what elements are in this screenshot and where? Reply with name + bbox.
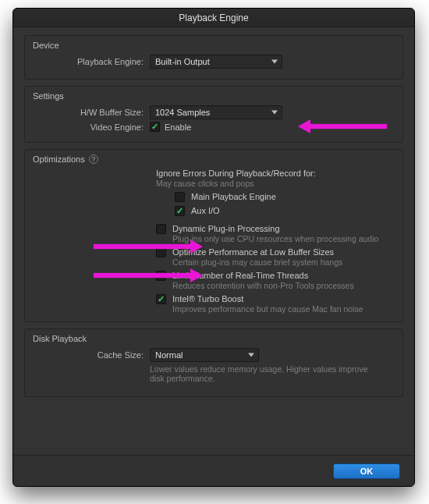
optimize-low-buffer-checkbox[interactable] xyxy=(156,247,166,257)
cache-size-value: Normal xyxy=(155,350,183,360)
chevron-down-icon xyxy=(271,111,278,115)
limit-threads-hint: Reduces contention with non-Pro Tools pr… xyxy=(172,281,354,290)
chevron-down-icon xyxy=(248,353,254,357)
video-engine-label: Video Engine: xyxy=(33,122,150,132)
video-enable-checkbox[interactable] xyxy=(150,122,160,132)
cache-size-label: Cache Size: xyxy=(33,350,150,360)
ok-button[interactable]: OK xyxy=(333,463,400,479)
limit-threads-label: Limit Number of Real-Time Threads xyxy=(172,271,354,280)
aux-io-label: Aux I/O xyxy=(191,206,220,215)
turbo-boost-checkbox[interactable] xyxy=(156,294,166,304)
video-enable-text: Enable xyxy=(165,122,191,132)
device-group-title: Device xyxy=(33,41,395,50)
settings-group: Settings H/W Buffer Size: 1024 Samples V… xyxy=(24,86,403,143)
ignore-errors-hint: May cause clicks and pops xyxy=(156,179,395,188)
optimize-low-buffer-hint: Certain plug-ins may cause brief system … xyxy=(172,257,342,267)
help-icon[interactable]: ? xyxy=(89,154,98,164)
optimize-low-buffer-label: Optimize Performance at Low Buffer Sizes xyxy=(172,247,342,257)
disk-playback-group: Disk Playback Cache Size: Normal Lower v… xyxy=(24,328,403,397)
window-title: Playback Engine xyxy=(13,9,414,27)
playback-engine-select[interactable]: Built-in Output xyxy=(150,55,282,69)
playback-engine-dialog: Playback Engine Device Playback Engine: … xyxy=(12,8,415,487)
turbo-boost-label: Intel® Turbo Boost xyxy=(172,294,363,303)
chevron-down-icon xyxy=(271,60,278,64)
buffer-size-select[interactable]: 1024 Samples xyxy=(150,105,282,119)
main-engine-checkbox[interactable] xyxy=(175,192,185,202)
limit-threads-checkbox[interactable] xyxy=(156,271,166,281)
turbo-boost-hint: Improves performance but may cause Mac f… xyxy=(172,304,363,314)
ignore-errors-heading: Ignore Errors During Playback/Record for… xyxy=(156,169,395,178)
device-group: Device Playback Engine: Built-in Output xyxy=(24,35,403,80)
cache-size-hint: Lower values reduce memory usage. Higher… xyxy=(150,364,384,383)
dialog-footer: OK xyxy=(13,455,414,486)
main-engine-label: Main Playback Engine xyxy=(191,192,276,201)
optimizations-group: Optimizations ? Ignore Errors During Pla… xyxy=(24,149,403,322)
dynamic-plugin-checkbox[interactable] xyxy=(156,224,166,234)
optimizations-title-text: Optimizations xyxy=(33,154,85,164)
dynamic-plugin-hint: Plug-ins only use CPU resources when pro… xyxy=(172,234,378,243)
dialog-body: Device Playback Engine: Built-in Output … xyxy=(13,27,414,413)
aux-io-checkbox[interactable] xyxy=(175,206,185,216)
buffer-size-value: 1024 Samples xyxy=(155,108,210,117)
buffer-size-label: H/W Buffer Size: xyxy=(33,108,150,117)
disk-group-title: Disk Playback xyxy=(33,334,395,343)
settings-group-title: Settings xyxy=(33,91,395,101)
optimizations-group-title: Optimizations ? xyxy=(33,154,395,164)
playback-engine-value: Built-in Output xyxy=(155,57,210,66)
playback-engine-label: Playback Engine: xyxy=(33,57,150,66)
dynamic-plugin-label: Dynamic Plug-in Processing xyxy=(172,224,378,233)
cache-size-select[interactable]: Normal xyxy=(150,348,259,362)
optimizations-content: Ignore Errors During Playback/Record for… xyxy=(156,169,395,314)
